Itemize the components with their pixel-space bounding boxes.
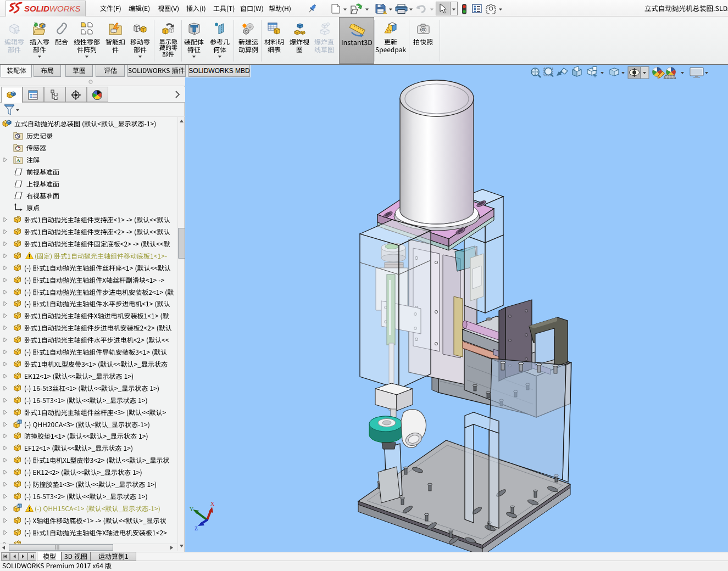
svg-text:X: X — [210, 501, 215, 507]
svg-text:Y: Y — [190, 506, 193, 512]
svg-text:Z: Z — [194, 525, 198, 531]
svg-text:A: A — [16, 158, 20, 163]
